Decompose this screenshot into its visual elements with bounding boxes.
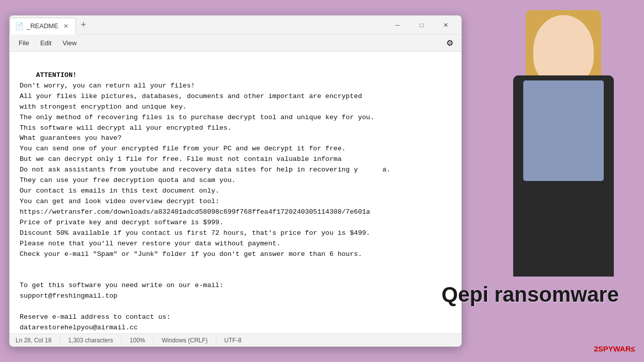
- attention-heading: ATTENTION!: [36, 71, 76, 79]
- menu-edit[interactable]: Edit: [35, 37, 56, 49]
- main-body-text: Don't worry, you can return all your fil…: [20, 82, 390, 333]
- maximize-icon: □: [420, 22, 423, 29]
- menu-view[interactable]: View: [57, 37, 82, 49]
- settings-icon: ⚙: [446, 38, 453, 48]
- maximize-button[interactable]: □: [410, 17, 433, 33]
- spyware-logo: 2SPYWAR≤: [594, 344, 635, 353]
- tab-area: 📄 _README ✕ +: [10, 16, 91, 35]
- line-ending: Windows (CRLF): [153, 337, 216, 344]
- title-bar-left: 📄 _README ✕ +: [10, 16, 386, 35]
- close-icon: ✕: [443, 22, 448, 29]
- encoding: UTF-8: [216, 337, 250, 344]
- close-button[interactable]: ✕: [434, 17, 457, 33]
- new-tab-icon: +: [81, 20, 87, 30]
- ransomware-label: Qepi ransomware: [442, 283, 619, 307]
- tab-close-button[interactable]: ✕: [61, 22, 70, 31]
- tab-title: _README: [27, 22, 58, 30]
- menu-bar: File Edit View ⚙: [10, 35, 461, 52]
- new-tab-button[interactable]: +: [76, 16, 91, 35]
- window-controls: ─ □ ✕: [386, 17, 461, 33]
- zoom-level: 100%: [122, 337, 154, 344]
- background-person: [453, 0, 644, 362]
- notepad-window: 📄 _README ✕ + ─ □ ✕: [9, 15, 462, 347]
- title-bar: 📄 _README ✕ + ─ □ ✕: [10, 16, 461, 35]
- tab-close-icon: ✕: [63, 23, 68, 30]
- person-head: [533, 15, 594, 85]
- settings-button[interactable]: ⚙: [442, 36, 457, 51]
- cursor-position: Ln 28, Col 18: [16, 337, 60, 344]
- status-bar: Ln 28, Col 18 1,303 characters 100% Wind…: [10, 333, 461, 346]
- minimize-icon: ─: [395, 22, 400, 29]
- menu-file[interactable]: File: [14, 37, 34, 49]
- active-tab[interactable]: 📄 _README ✕: [10, 18, 76, 35]
- minimize-button[interactable]: ─: [386, 17, 409, 33]
- character-count: 1,303 characters: [60, 337, 121, 344]
- text-content-area[interactable]: ATTENTION! Don't worry, you can return a…: [10, 52, 461, 333]
- tab-file-icon: 📄: [15, 22, 24, 30]
- person-shirt: [523, 80, 604, 181]
